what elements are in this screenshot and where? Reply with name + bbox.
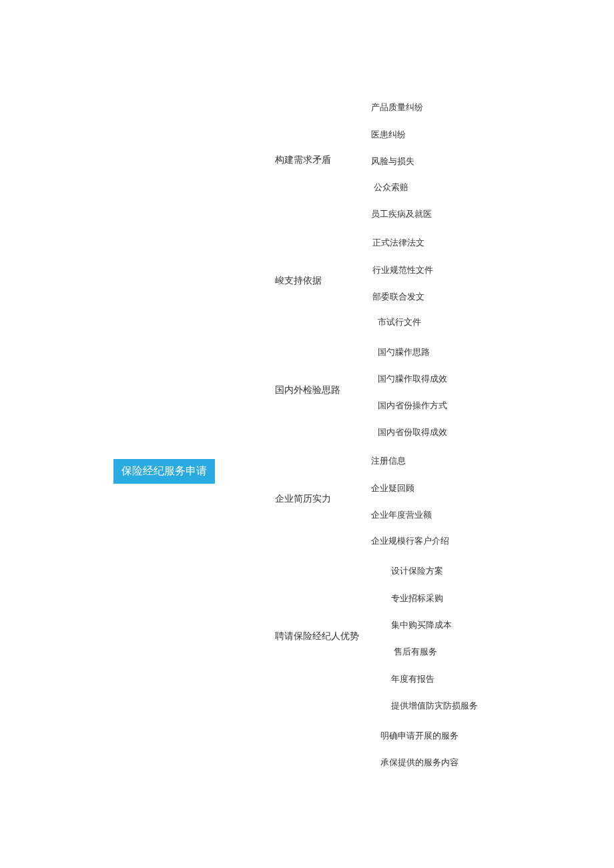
leaf-label: 医患纠纷 (371, 129, 406, 141)
leaf-label: 员工疾病及就医 (371, 208, 432, 220)
leaf-label: 售后有服务 (394, 646, 437, 658)
leaf-label: 国内省份操作方式 (378, 400, 447, 412)
leaf-label: 承保提供的服务内容 (380, 757, 458, 769)
leaf-label: 国勺朦作取得成效 (378, 373, 447, 385)
leaf-label: 风脸与损失 (371, 155, 414, 167)
leaf-label: 产品质量纠纷 (371, 101, 423, 113)
leaf-label: 企业疑回顾 (371, 482, 414, 494)
leaf-label: 行业规范性文件 (372, 264, 433, 276)
leaf-label: 市试行文件 (378, 316, 421, 328)
leaf-label: 企业规模行客户介绍 (371, 535, 449, 547)
branch-label: 峻支持依据 (275, 275, 322, 287)
leaf-label: 明确申请开展的服务 (380, 730, 458, 742)
branch-label: 国内外检验思路 (275, 384, 340, 396)
leaf-label: 设计保险方案 (391, 565, 443, 577)
branch-label: 企业简历实力 (275, 493, 331, 505)
leaf-label: 国勺朦作思路 (378, 346, 430, 358)
leaf-label: 年度有报告 (391, 673, 434, 685)
leaf-label: 公众索赔 (374, 181, 408, 193)
leaf-label: 正式法律法文 (372, 237, 424, 249)
leaf-label: 注册信息 (371, 455, 406, 467)
leaf-label: 专业招标采购 (391, 592, 443, 604)
leaf-label: 提供增值防灾防损服务 (391, 700, 478, 712)
leaf-label: 企业年度营业额 (371, 509, 432, 521)
leaf-label: 国内省份取得成效 (378, 426, 447, 438)
branch-label: 聘请保险经纪人优势 (275, 630, 359, 642)
leaf-label: 部委联合发文 (372, 291, 424, 303)
leaf-label: 集中购买降成本 (391, 619, 452, 631)
branch-label: 构建需求矛盾 (275, 154, 331, 166)
root-node: 保险经纪服务申请 (113, 459, 215, 484)
